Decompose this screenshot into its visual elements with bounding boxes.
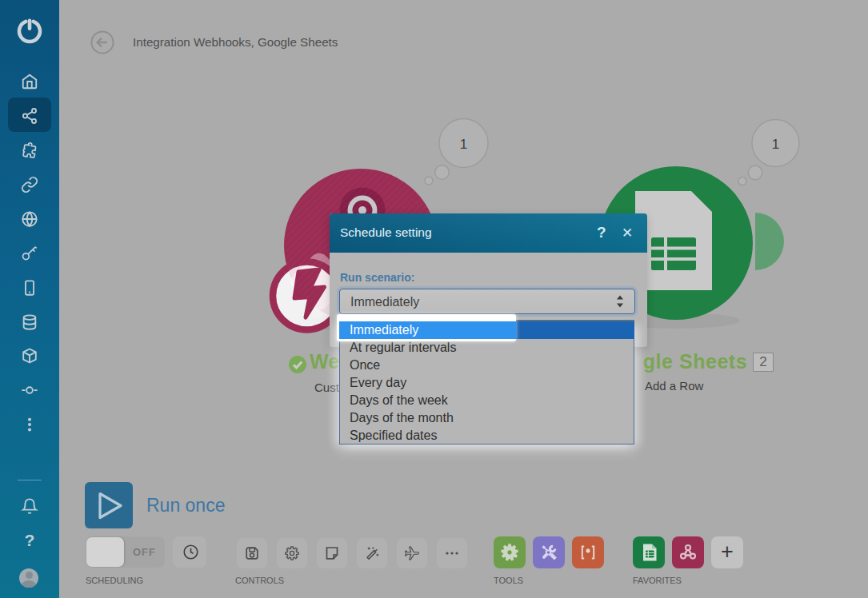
svg-text:1: 1 xyxy=(772,137,779,152)
svg-text:1: 1 xyxy=(460,137,467,152)
